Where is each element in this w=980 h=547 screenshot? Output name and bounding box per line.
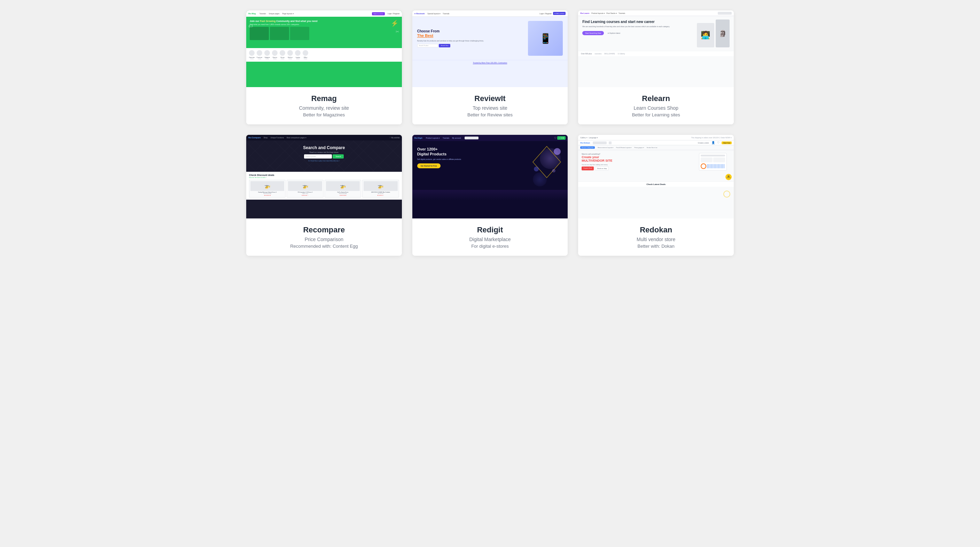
redigit-title: Redigit	[419, 225, 561, 234]
remag-subtitle: Community, review site	[253, 105, 395, 111]
remag-preview: Re:Mag Tutorials Unique pages Page layou…	[246, 10, 402, 87]
redigit-card[interactable]: Re:Digit Product Layouts ▾ Tutorials My …	[412, 135, 568, 256]
redokan-preview: Gallery ▾ Language ▾ The shipping in ord…	[578, 135, 734, 218]
remag-tag: Better for Magazines	[253, 112, 395, 117]
redokan-card[interactable]: Gallery ▾ Language ▾ The shipping in ord…	[578, 135, 734, 256]
redokan-card-info: Redokan Multi vendor store Better with: …	[578, 218, 734, 256]
reviewit-subtitle: Top reviews site	[419, 105, 561, 111]
relearn-card[interactable]: Re:Learn Product layouts ▾ Post Stacks ▾…	[578, 10, 734, 124]
reviewit-tag: Better for Review sites	[419, 112, 561, 117]
redigit-tag: For digital e-stores	[419, 244, 561, 249]
recompare-card-info: Recompare Price Comparison Recommended w…	[246, 218, 402, 256]
relearn-tag: Better for Learning sites	[585, 112, 727, 117]
redigit-card-info: Redigit Digital Marketplace For digital …	[412, 218, 568, 256]
recompare-card[interactable]: Re:Compare Shop Unique Functions Best co…	[246, 135, 402, 256]
redokan-tag: Better with: Dokan	[585, 244, 727, 249]
reviewit-card[interactable]: ● Reviewit Special layouts ▾ Tutorials L…	[412, 10, 568, 124]
redokan-title: Redokan	[585, 225, 727, 234]
redigit-subtitle: Digital Marketplace	[419, 236, 561, 242]
redigit-preview: Re:Digit Product Layouts ▾ Tutorials My …	[412, 135, 568, 218]
relearn-preview: Re:Learn Product layouts ▾ Post Stacks ▾…	[578, 10, 734, 87]
recompare-preview: Re:Compare Shop Unique Functions Best co…	[246, 135, 402, 218]
svg-point-3	[552, 169, 555, 172]
recompare-headline: Search and Compare	[250, 145, 398, 150]
remag-card-info: Remag Community, review site Better for …	[246, 87, 402, 124]
reviewit-card-info: ReviewIt Top reviews site Better for Rev…	[412, 87, 568, 124]
reviewit-title: ReviewIt	[419, 94, 561, 103]
svg-point-2	[534, 167, 539, 171]
recompare-title: Recompare	[253, 225, 395, 234]
card-grid: Re:Mag Tutorials Unique pages Page layou…	[246, 10, 734, 256]
remag-card[interactable]: Re:Mag Tutorials Unique pages Page layou…	[246, 10, 402, 124]
relearn-title: Relearn	[585, 94, 727, 103]
remag-title: Remag	[253, 94, 395, 103]
redokan-subtitle: Multi vendor store	[585, 236, 727, 242]
relearn-subtitle: Learn Courses Shop	[585, 105, 727, 111]
recompare-tag: Recommended with: Content Egg	[253, 244, 395, 249]
relearn-card-info: Relearn Learn Courses Shop Better for Le…	[578, 87, 734, 124]
recompare-subtitle: Price Comparison	[253, 236, 395, 242]
reviewit-preview: ● Reviewit Special layouts ▾ Tutorials L…	[412, 10, 568, 87]
